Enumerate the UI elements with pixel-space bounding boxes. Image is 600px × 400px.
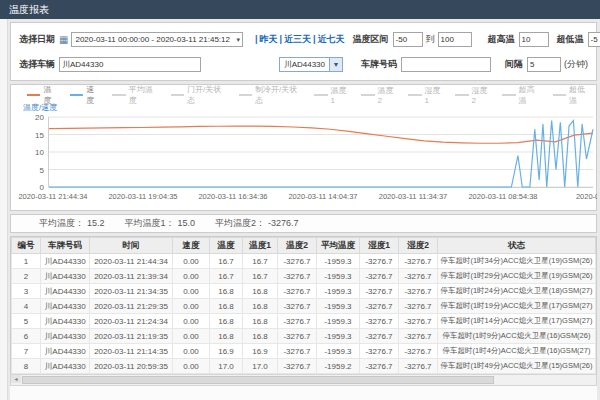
table-cell: 0.00	[173, 329, 210, 344]
stat-label: 平均温度2：	[215, 218, 265, 228]
filter-row-vehicle: 选择车辆 川AD44330 ▼ 车牌号码 间隔 (分钟)	[19, 52, 588, 77]
table-cell: 2020-03-11 21:34:35	[90, 284, 173, 299]
legend-label: 超高温	[519, 84, 542, 106]
col-header-8: 湿度1	[360, 238, 399, 254]
col-header-10: 状态	[438, 238, 596, 254]
table-cell: 6	[12, 329, 41, 344]
table-cell: -3276.7	[360, 344, 399, 359]
horizontal-scrollbar[interactable]: ◂	[10, 374, 597, 386]
legend-label: 温度2	[378, 85, 398, 105]
col-header-5: 温度1	[243, 238, 278, 254]
legend-label: 湿度1	[425, 85, 445, 105]
table-cell: 3	[12, 284, 41, 299]
report-table-wrap: 编号车牌号码时间速度温度温度1温度2平均温度湿度1湿度2状态 1川AD44330…	[10, 236, 597, 374]
svg-text:2020-03-11 11:34:37: 2020-03-11 11:34:37	[379, 192, 448, 201]
quick-link-1[interactable]: 近三天	[284, 34, 311, 44]
col-header-3: 速度	[173, 238, 210, 254]
table-cell: 16.8	[210, 314, 243, 329]
scroll-left-arrow-icon[interactable]: ◂	[11, 375, 21, 383]
report-table: 编号车牌号码时间速度温度温度1温度2平均温度湿度1湿度2状态 1川AD44330…	[11, 237, 596, 374]
interval-input[interactable]	[527, 57, 561, 72]
averages-bar: 平均温度：15.2平均温度1：15.0平均温度2：-3276.7	[10, 214, 597, 233]
table-cell: 0.00	[173, 269, 210, 284]
legend-item-6[interactable]: 温度2	[361, 85, 397, 105]
table-cell: 5	[12, 314, 41, 329]
collapsed-side-panel[interactable]	[0, 19, 8, 400]
table-row: 5川AD443302020-03-11 21:24:340.0016.816.8…	[12, 314, 596, 329]
table-row: 6川AD443302020-03-11 21:19:350.0016.816.8…	[12, 329, 596, 344]
quick-link-2[interactable]: 近七天	[318, 34, 345, 44]
table-cell: 16.8	[210, 329, 243, 344]
table-cell: 17.0	[243, 359, 278, 374]
svg-text:2020-03-11 21:44:34: 2020-03-11 21:44:34	[18, 192, 87, 201]
legend-label: 门开/关状态	[187, 84, 228, 106]
low-temp-input[interactable]	[588, 32, 600, 47]
stat-value: 15.0	[178, 218, 196, 228]
chart-legend: 温度速度平均温度门开/关状态制冷开/关状态温度1温度2湿度1湿度2超高温超低温	[15, 88, 592, 103]
table-cell: -3276.7	[399, 329, 438, 344]
table-cell: 2	[12, 269, 41, 284]
tab-temperature-report[interactable]: 温度报表	[9, 4, 49, 15]
legend-item-10[interactable]: 超低温	[553, 84, 592, 106]
table-cell: 16.7	[243, 254, 278, 269]
legend-line-swatch	[314, 94, 327, 96]
col-header-7: 平均温度	[317, 238, 360, 254]
svg-text:2020-03-11 08:54:38: 2020-03-11 08:54:38	[468, 192, 537, 201]
legend-item-2[interactable]: 平均温度	[112, 84, 159, 106]
table-cell: -1959.3	[317, 299, 360, 314]
table-cell: -3276.7	[278, 269, 317, 284]
table-cell: 停车超时(1时14分)ACC熄火卫星(17)GSM(27)	[438, 314, 596, 329]
date-range-input[interactable]: 2020-03-11 00:00:00 - 2020-03-11 21:45:1…	[71, 32, 243, 47]
table-cell: -3276.7	[360, 299, 399, 314]
quick-link-0[interactable]: 昨天	[259, 34, 277, 44]
table-cell: 16.8	[243, 329, 278, 344]
filter-row-date: 选择日期 ▦ 2020-03-11 00:00:00 - 2020-03-11 …	[19, 27, 588, 52]
table-cell: 0.00	[173, 299, 210, 314]
table-row: 8川AD443302020-03-11 20:59:350.0017.017.0…	[12, 359, 596, 374]
vehicle-select[interactable]: 川AD44330 ▼	[279, 57, 343, 72]
table-cell: -3276.7	[360, 269, 399, 284]
date-label: 选择日期	[19, 33, 55, 46]
vehicle-label: 选择车辆	[19, 58, 55, 71]
legend-item-4[interactable]: 制冷开/关状态	[239, 84, 304, 106]
svg-text:2020-03-11 14:04:37: 2020-03-11 14:04:37	[288, 192, 357, 201]
table-cell: 川AD44330	[41, 359, 90, 374]
legend-item-3[interactable]: 门开/关状态	[171, 84, 228, 106]
table-cell: 16.8	[243, 299, 278, 314]
vehicle-search-input[interactable]	[59, 57, 201, 72]
table-cell: -1959.3	[317, 284, 360, 299]
legend-line-swatch	[239, 94, 252, 96]
plate-number-input[interactable]	[401, 57, 491, 72]
table-cell: 16.7	[210, 254, 243, 269]
table-row: 7川AD443302020-03-11 21:14:350.0016.916.9…	[12, 344, 596, 359]
legend-item-1[interactable]: 速度	[70, 84, 102, 106]
table-cell: 2020-03-11 21:24:34	[90, 314, 173, 329]
filter-panel: 选择日期 ▦ 2020-03-11 00:00:00 - 2020-03-11 …	[10, 22, 597, 81]
table-cell: -3276.7	[278, 254, 317, 269]
scrollbar-thumb[interactable]	[22, 376, 494, 384]
table-cell: -3276.7	[399, 254, 438, 269]
table-cell: 16.9	[243, 344, 278, 359]
chevron-down-icon: ▾	[236, 33, 240, 46]
table-cell: -3276.7	[399, 359, 438, 374]
calendar-icon[interactable]: ▦	[59, 35, 68, 45]
table-cell: 0.00	[173, 254, 210, 269]
link-separator: |	[313, 34, 316, 44]
table-cell: 2020-03-11 20:59:35	[90, 359, 173, 374]
col-header-1: 车牌号码	[41, 238, 90, 254]
temp-min-input[interactable]	[393, 32, 423, 47]
table-cell: 停车超时(1时4分)ACC熄火卫星(16)GSM(27)	[438, 344, 596, 359]
legend-item-9[interactable]: 超高温	[502, 84, 541, 106]
table-cell: -3276.7	[399, 299, 438, 314]
table-cell: -3276.7	[278, 344, 317, 359]
stat-value: 15.2	[87, 218, 105, 228]
stat-item-2: 平均温度2：-3276.7	[215, 217, 299, 230]
legend-item-5[interactable]: 温度1	[314, 85, 350, 105]
high-temp-input[interactable]	[519, 32, 549, 47]
legend-label: 温度1	[331, 85, 351, 105]
legend-item-7[interactable]: 湿度1	[408, 85, 444, 105]
table-row: 4川AD443302020-03-11 21:29:350.0016.816.8…	[12, 299, 596, 314]
legend-label: 超低温	[569, 84, 592, 106]
legend-item-8[interactable]: 湿度2	[455, 85, 491, 105]
temp-max-input[interactable]	[438, 32, 472, 47]
